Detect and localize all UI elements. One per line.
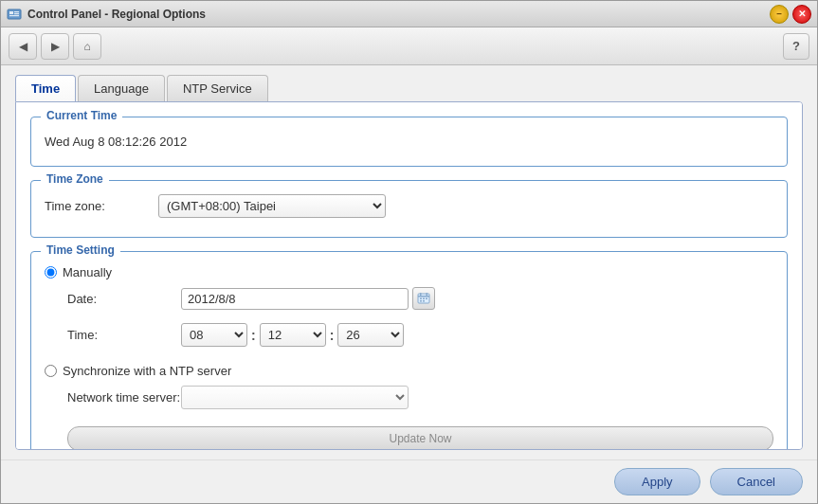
- time-zone-label: Time zone:: [45, 199, 158, 213]
- time-zone-body: Time zone: (GMT+08:00) Taipei (GMT+00:00…: [45, 194, 773, 218]
- ntp-fields: Network time server: Update Now: [67, 386, 773, 450]
- tab-ntp-service[interactable]: NTP Service: [167, 75, 268, 101]
- date-row: Date:: [67, 287, 773, 310]
- time-label: Time:: [67, 328, 181, 342]
- calendar-button[interactable]: [412, 287, 435, 310]
- svg-rect-7: [420, 293, 422, 296]
- date-label: Date:: [67, 292, 181, 306]
- svg-rect-12: [420, 300, 422, 302]
- help-button[interactable]: ?: [783, 33, 809, 60]
- manually-label[interactable]: Manually: [45, 265, 773, 279]
- ntp-sync-label[interactable]: Synchronize with a NTP server: [45, 364, 773, 378]
- tab-content-time: Current Time Wed Aug 8 08:12:26 2012 Tim…: [15, 101, 803, 450]
- ntp-server-row: Network time server:: [67, 386, 773, 409]
- svg-rect-3: [14, 13, 19, 14]
- ntp-option: Synchronize with a NTP server Network ti…: [45, 364, 773, 450]
- svg-rect-6: [418, 296, 429, 297]
- colon-2: :: [330, 328, 335, 343]
- tab-time[interactable]: Time: [15, 75, 76, 101]
- svg-rect-13: [423, 300, 425, 302]
- svg-rect-8: [427, 293, 428, 296]
- time-zone-section: Time Zone Time zone: (GMT+08:00) Taipei …: [30, 180, 788, 238]
- forward-button[interactable]: ▶: [41, 33, 69, 60]
- svg-rect-9: [420, 298, 422, 300]
- window-icon: [7, 7, 22, 22]
- back-button[interactable]: ◀: [9, 33, 37, 60]
- colon-1: :: [251, 328, 256, 343]
- current-time-title: Current Time: [41, 109, 122, 122]
- ntp-server-label: Network time server:: [67, 390, 181, 405]
- manually-option: Manually Date:: [45, 265, 773, 352]
- current-time-value: Wed Aug 8 08:12:26 2012: [45, 131, 773, 153]
- bottom-bar: Apply Cancel: [1, 459, 817, 503]
- time-zone-row: Time zone: (GMT+08:00) Taipei (GMT+00:00…: [45, 194, 773, 218]
- title-bar: Control Panel - Regional Options – ✕: [1, 1, 817, 27]
- time-row: Time: 08 00010203 04050607 09101112: [67, 323, 773, 347]
- content-area: Time Language NTP Service Current Time W…: [1, 65, 817, 459]
- close-button[interactable]: ✕: [792, 5, 811, 24]
- hour-select[interactable]: 08 00010203 04050607 09101112: [181, 323, 247, 347]
- minute-select[interactable]: 12 000510 15202530: [260, 323, 326, 347]
- toolbar: ◀ ▶ ⌂ ?: [1, 27, 817, 65]
- date-input[interactable]: [181, 288, 409, 310]
- time-setting-radio-group: Manually Date:: [45, 265, 773, 450]
- svg-rect-4: [9, 15, 19, 16]
- time-setting-title: Time Setting: [41, 243, 120, 257]
- svg-rect-10: [423, 298, 425, 300]
- title-bar-buttons: – ✕: [770, 5, 811, 24]
- svg-rect-1: [9, 11, 13, 14]
- ntp-server-select[interactable]: [181, 386, 409, 409]
- second-select[interactable]: 26 000510 15202530: [337, 323, 404, 347]
- current-time-section: Current Time Wed Aug 8 08:12:26 2012: [30, 117, 788, 167]
- time-zone-select[interactable]: (GMT+08:00) Taipei (GMT+00:00) UTC (GMT+…: [158, 194, 386, 218]
- update-now-button[interactable]: Update Now: [67, 426, 773, 450]
- time-selects: 08 00010203 04050607 09101112 : 12: [181, 323, 404, 347]
- window-title: Control Panel - Regional Options: [27, 8, 770, 21]
- tab-language[interactable]: Language: [78, 75, 165, 101]
- svg-rect-11: [426, 298, 427, 300]
- time-zone-title: Time Zone: [41, 172, 109, 186]
- tab-bar: Time Language NTP Service: [15, 75, 803, 101]
- time-setting-section: Time Setting Manually Date:: [30, 251, 788, 450]
- apply-button[interactable]: Apply: [614, 468, 700, 495]
- manually-fields: Date:: [67, 287, 773, 352]
- cancel-button[interactable]: Cancel: [710, 468, 803, 495]
- date-input-wrapper: [181, 287, 435, 310]
- minimize-button[interactable]: –: [770, 5, 789, 24]
- home-button[interactable]: ⌂: [73, 33, 101, 60]
- main-window: Control Panel - Regional Options – ✕ ◀ ▶…: [0, 0, 818, 504]
- current-time-body: Wed Aug 8 08:12:26 2012: [45, 131, 773, 153]
- ntp-radio[interactable]: [45, 365, 57, 377]
- time-setting-body: Manually Date:: [45, 265, 773, 450]
- manually-radio[interactable]: [45, 266, 57, 279]
- svg-rect-2: [14, 11, 19, 12]
